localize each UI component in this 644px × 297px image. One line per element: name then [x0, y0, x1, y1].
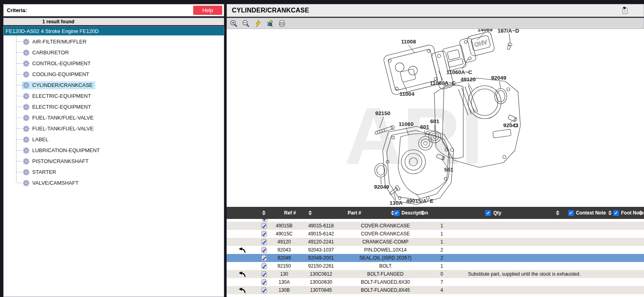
tree-item[interactable]: LABEL: [4, 134, 224, 145]
diagram-callout[interactable]: 11060: [399, 121, 414, 127]
column-visibility-checkbox[interactable]: [394, 210, 400, 216]
note-icon[interactable]: [261, 255, 267, 261]
tree-item[interactable]: STARTER: [4, 167, 224, 177]
criteria-label: Criteria:: [7, 7, 27, 13]
tree-item[interactable]: ELECTRIC-EQUIPMENT: [4, 91, 224, 101]
tree-item[interactable]: ELECTRIC-EQUIPMENT: [4, 101, 224, 112]
tree-branch-line: [17, 52, 22, 53]
description-cell: SEAL,OIL (ISRD 20357): [344, 255, 427, 261]
note-icon[interactable]: [261, 247, 267, 253]
model-tree-panel: FE120D-AS02 4 Stroke Engine FE120D: [3, 26, 224, 297]
result-summary-text: 1 result found: [4, 19, 113, 25]
zoom-in-button[interactable]: [229, 19, 238, 28]
diagram-callout[interactable]: 11004: [400, 91, 415, 97]
table-row[interactable]: 49015B 49015-6118 COVER-CRANKCASE 1: [227, 222, 644, 230]
tree-item[interactable]: FUEL-TANK/FUEL-VALVE: [4, 123, 224, 134]
gear-icon: [23, 158, 29, 165]
table-column-header[interactable]: Foot Note: [613, 207, 644, 219]
diagram-callout[interactable]: 11060A~C: [430, 80, 456, 86]
diagram-callout[interactable]: 92043: [503, 122, 518, 128]
table-row[interactable]: 92150 92150-2261 BOLT 1: [227, 262, 644, 270]
diagram-callout[interactable]: 11008: [401, 39, 416, 45]
table-row[interactable]: 130 130C0612 BOLT-FLANGED 0 Substitute p…: [227, 270, 644, 278]
sort-arrows-icon[interactable]: [308, 210, 312, 215]
column-visibility-checkbox[interactable]: [568, 210, 574, 216]
tree-item[interactable]: LUBRICATION-EQUIPMENT: [4, 145, 224, 156]
tree-branch-line: [17, 96, 22, 96]
table-row[interactable]: 49120 49120-2241 CRANKCASE-COMP 1: [227, 238, 644, 246]
table-column-header[interactable]: Description: [396, 207, 426, 219]
tree-item-label: FUEL-TANK/FUEL-VALVE: [32, 115, 93, 121]
table-column-header[interactable]: Ref #: [267, 207, 313, 219]
sort-arrows-icon[interactable]: [639, 210, 642, 215]
part-number-cell: 92049-2001: [298, 255, 344, 261]
table-row[interactable]: 92049 92049-2001 SEAL,OIL (ISRD 20357) 2: [227, 254, 644, 262]
zoom-out-button[interactable]: [242, 19, 250, 28]
table-column-header[interactable]: [239, 207, 267, 219]
table-row[interactable]: 49015C 49015-6142 COVER-CRANKCASE 1: [227, 230, 644, 238]
substitute-arrow-icon: [238, 247, 246, 253]
diagram-callout[interactable]: 92049: [491, 75, 506, 81]
tree-root-model[interactable]: FE120D-AS02 4 Stroke Engine FE120D: [4, 27, 224, 35]
print-button[interactable]: [278, 19, 286, 28]
tree-item[interactable]: CONTROL-EQUIPMENT: [4, 58, 224, 69]
diagram-callout[interactable]: 92150: [375, 110, 390, 116]
diagram-callout[interactable]: 601: [430, 118, 440, 124]
sort-arrows-icon[interactable]: [421, 210, 425, 215]
sort-arrows-icon[interactable]: [556, 210, 559, 215]
diagram-callout[interactable]: 187/A~D: [497, 29, 519, 34]
diagram-callout[interactable]: 92049: [374, 184, 389, 190]
parts-table-body: 49015B 49015-6118 COVER-CRANKCASE 1: [227, 219, 644, 297]
column-visibility-checkbox[interactable]: [613, 210, 619, 216]
column-visibility-checkbox[interactable]: [485, 210, 491, 216]
tree-item[interactable]: CARBURETOR: [4, 47, 224, 58]
tree-item[interactable]: CYLINDER/CRANKCASE: [4, 80, 224, 91]
lightning-quick-view-button[interactable]: [254, 19, 262, 28]
table-column-header[interactable]: Part #: [313, 207, 396, 219]
sort-arrows-icon[interactable]: [262, 210, 266, 215]
catalog-page-icon[interactable]: [621, 6, 629, 15]
table-row[interactable]: 92043 92043-1037 PIN,DOWEL,10X14 2: [227, 246, 644, 254]
tree-item[interactable]: FUEL-TANK/FUEL-VALVE: [4, 112, 224, 123]
ref-number-cell: 49015C: [270, 231, 298, 237]
table-column-header[interactable]: Context Note: [561, 207, 613, 219]
diagram-callout[interactable]: 14069: [477, 29, 493, 33]
criteria-bar: Criteria: Help: [3, 4, 224, 16]
diagram-callout[interactable]: 49015/A~E: [406, 198, 433, 204]
qty-cell: 7: [427, 279, 457, 285]
diagram-callout[interactable]: 551: [444, 167, 454, 173]
note-icon[interactable]: [261, 263, 267, 269]
note-icon[interactable]: [261, 239, 267, 245]
note-icon[interactable]: [261, 271, 267, 277]
column-label: Part #: [348, 210, 361, 216]
tree-branch-line: [17, 161, 22, 161]
tree-item[interactable]: VALVE/CAMSHAFT: [4, 177, 224, 188]
tree-branch-line: [17, 172, 22, 172]
table-row[interactable]: 130A 130G0630 BOLT-FLANGED,6X30 7: [227, 278, 644, 286]
note-icon[interactable]: [261, 231, 267, 237]
help-button[interactable]: Help: [193, 6, 222, 15]
tree-branch-line: [17, 128, 22, 129]
qty-cell: 1: [427, 239, 457, 245]
part-number-cell: 49120-2241: [298, 239, 344, 245]
sort-arrows-icon[interactable]: [608, 210, 612, 215]
hotspot-tool-button[interactable]: [266, 19, 274, 28]
description-cell: PIN,DOWEL,10X14: [344, 247, 427, 253]
diagram-callout[interactable]: 130A: [390, 200, 403, 206]
table-row[interactable]: 130B 130T0845 BOLT-FLANGED,8X45 4: [227, 286, 644, 294]
note-icon[interactable]: [261, 223, 267, 229]
exploded-parts-diagram[interactable]: ARI: [227, 29, 644, 207]
parts-rows: 49015B 49015-6118 COVER-CRANKCASE 1: [227, 222, 644, 294]
diagram-callout[interactable]: 11060A~C: [446, 69, 472, 75]
note-icon[interactable]: [261, 279, 267, 285]
qty-cell: 0: [427, 271, 457, 277]
diagram-callout[interactable]: 601: [420, 124, 429, 130]
tree-item[interactable]: COOLING-EQUIPMENT: [4, 69, 224, 80]
diagram-callout[interactable]: 49120: [460, 76, 476, 82]
tree-item[interactable]: PISTON/CRANKSHAFT: [4, 156, 224, 167]
note-icon[interactable]: [261, 287, 267, 293]
tree-item[interactable]: AIR-FILTER/MUFFLER: [4, 36, 224, 47]
description-cell: BOLT-FLANGED: [344, 271, 427, 277]
table-column-header[interactable]: Qty: [426, 207, 561, 219]
table-column-header[interactable]: [227, 207, 239, 219]
